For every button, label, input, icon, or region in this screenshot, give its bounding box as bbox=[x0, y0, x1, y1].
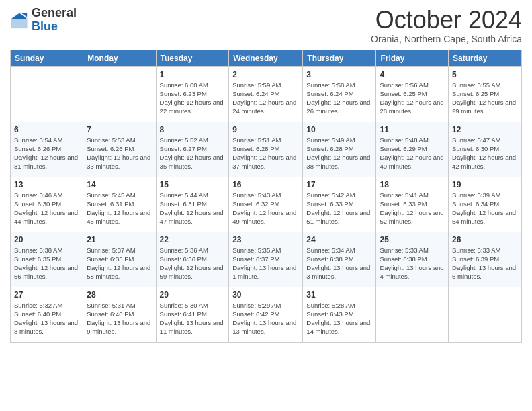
calendar-cell: 24Sunrise: 5:34 AM Sunset: 6:38 PM Dayli… bbox=[303, 232, 376, 287]
calendar-cell: 2Sunrise: 5:59 AM Sunset: 6:24 PM Daylig… bbox=[229, 66, 303, 122]
day-info: Sunrise: 5:34 AM Sunset: 6:38 PM Dayligh… bbox=[306, 246, 372, 281]
calendar-cell: 5Sunrise: 5:55 AM Sunset: 6:25 PM Daylig… bbox=[449, 66, 522, 122]
day-number: 2 bbox=[232, 70, 299, 79]
calendar-week-row: 1Sunrise: 6:00 AM Sunset: 6:23 PM Daylig… bbox=[11, 66, 522, 122]
calendar-cell: 28Sunrise: 5:31 AM Sunset: 6:40 PM Dayli… bbox=[83, 287, 156, 342]
day-number: 18 bbox=[380, 180, 445, 189]
page: General Blue October 2024 Orania, Northe… bbox=[0, 0, 532, 349]
calendar-cell: 7Sunrise: 5:53 AM Sunset: 6:26 PM Daylig… bbox=[83, 122, 156, 177]
calendar-cell: 26Sunrise: 5:33 AM Sunset: 6:39 PM Dayli… bbox=[449, 232, 522, 287]
day-number: 16 bbox=[232, 180, 299, 189]
calendar-cell: 31Sunrise: 5:28 AM Sunset: 6:43 PM Dayli… bbox=[303, 287, 376, 342]
calendar-cell: 13Sunrise: 5:46 AM Sunset: 6:30 PM Dayli… bbox=[11, 177, 83, 232]
calendar-table: Sunday Monday Tuesday Wednesday Thursday… bbox=[10, 50, 522, 342]
day-info: Sunrise: 5:55 AM Sunset: 6:25 PM Dayligh… bbox=[452, 81, 518, 116]
day-info: Sunrise: 5:49 AM Sunset: 6:28 PM Dayligh… bbox=[306, 136, 372, 171]
logo-text: General Blue bbox=[32, 7, 77, 34]
calendar-week-row: 20Sunrise: 5:38 AM Sunset: 6:35 PM Dayli… bbox=[11, 232, 522, 287]
day-info: Sunrise: 5:41 AM Sunset: 6:33 PM Dayligh… bbox=[380, 191, 445, 226]
day-info: Sunrise: 5:48 AM Sunset: 6:29 PM Dayligh… bbox=[380, 136, 445, 171]
day-number: 26 bbox=[452, 235, 518, 244]
day-info: Sunrise: 5:35 AM Sunset: 6:37 PM Dayligh… bbox=[232, 246, 299, 281]
day-info: Sunrise: 5:33 AM Sunset: 6:39 PM Dayligh… bbox=[452, 246, 518, 281]
day-number: 4 bbox=[380, 70, 445, 79]
day-number: 22 bbox=[160, 235, 226, 244]
calendar-cell: 14Sunrise: 5:45 AM Sunset: 6:31 PM Dayli… bbox=[83, 177, 156, 232]
day-info: Sunrise: 5:36 AM Sunset: 6:36 PM Dayligh… bbox=[160, 246, 226, 281]
day-info: Sunrise: 5:52 AM Sunset: 6:27 PM Dayligh… bbox=[160, 136, 226, 171]
svg-rect-2 bbox=[11, 19, 27, 28]
day-info: Sunrise: 6:00 AM Sunset: 6:23 PM Dayligh… bbox=[160, 81, 226, 116]
title-block: October 2024 Orania, Northern Cape, Sout… bbox=[371, 7, 522, 44]
header: General Blue October 2024 Orania, Northe… bbox=[10, 7, 522, 44]
col-wednesday: Wednesday bbox=[229, 50, 303, 66]
day-number: 7 bbox=[87, 125, 152, 134]
day-number: 25 bbox=[380, 235, 445, 244]
day-info: Sunrise: 5:28 AM Sunset: 6:43 PM Dayligh… bbox=[306, 301, 372, 336]
calendar-cell bbox=[449, 287, 522, 342]
day-number: 14 bbox=[87, 180, 152, 189]
calendar-cell: 29Sunrise: 5:30 AM Sunset: 6:41 PM Dayli… bbox=[156, 287, 229, 342]
day-number: 19 bbox=[452, 180, 518, 189]
day-info: Sunrise: 5:54 AM Sunset: 6:26 PM Dayligh… bbox=[14, 136, 79, 171]
day-number: 31 bbox=[306, 290, 372, 300]
calendar-week-row: 27Sunrise: 5:32 AM Sunset: 6:40 PM Dayli… bbox=[11, 287, 522, 342]
col-monday: Monday bbox=[83, 50, 156, 66]
col-sunday: Sunday bbox=[11, 50, 83, 66]
day-number: 29 bbox=[160, 290, 226, 300]
calendar-week-row: 13Sunrise: 5:46 AM Sunset: 6:30 PM Dayli… bbox=[11, 177, 522, 232]
day-number: 28 bbox=[87, 290, 152, 300]
day-info: Sunrise: 5:39 AM Sunset: 6:34 PM Dayligh… bbox=[452, 191, 518, 226]
day-number: 11 bbox=[380, 125, 445, 134]
day-number: 10 bbox=[306, 125, 372, 134]
day-number: 8 bbox=[160, 125, 226, 134]
calendar-week-row: 6Sunrise: 5:54 AM Sunset: 6:26 PM Daylig… bbox=[11, 122, 522, 177]
day-info: Sunrise: 5:42 AM Sunset: 6:33 PM Dayligh… bbox=[306, 191, 372, 226]
day-info: Sunrise: 5:32 AM Sunset: 6:40 PM Dayligh… bbox=[14, 301, 79, 336]
location-subtitle: Orania, Northern Cape, South Africa bbox=[371, 34, 522, 44]
day-info: Sunrise: 5:29 AM Sunset: 6:42 PM Dayligh… bbox=[232, 301, 299, 336]
day-info: Sunrise: 5:53 AM Sunset: 6:26 PM Dayligh… bbox=[87, 136, 152, 171]
calendar-cell: 20Sunrise: 5:38 AM Sunset: 6:35 PM Dayli… bbox=[11, 232, 83, 287]
calendar-cell bbox=[83, 66, 156, 122]
calendar-cell: 25Sunrise: 5:33 AM Sunset: 6:38 PM Dayli… bbox=[376, 232, 449, 287]
day-number: 5 bbox=[452, 70, 518, 79]
calendar-header-row: Sunday Monday Tuesday Wednesday Thursday… bbox=[11, 50, 522, 66]
day-info: Sunrise: 5:46 AM Sunset: 6:30 PM Dayligh… bbox=[14, 191, 79, 226]
day-info: Sunrise: 5:51 AM Sunset: 6:28 PM Dayligh… bbox=[232, 136, 299, 171]
day-number: 15 bbox=[160, 180, 226, 189]
calendar-cell: 3Sunrise: 5:58 AM Sunset: 6:24 PM Daylig… bbox=[303, 66, 376, 122]
day-number: 17 bbox=[306, 180, 372, 189]
logo: General Blue bbox=[10, 7, 77, 34]
calendar-cell: 10Sunrise: 5:49 AM Sunset: 6:28 PM Dayli… bbox=[303, 122, 376, 177]
calendar-cell: 30Sunrise: 5:29 AM Sunset: 6:42 PM Dayli… bbox=[229, 287, 303, 342]
calendar-cell: 12Sunrise: 5:47 AM Sunset: 6:30 PM Dayli… bbox=[449, 122, 522, 177]
day-info: Sunrise: 5:37 AM Sunset: 6:35 PM Dayligh… bbox=[87, 246, 152, 281]
calendar-cell bbox=[376, 287, 449, 342]
calendar-cell bbox=[11, 66, 83, 122]
calendar-cell: 19Sunrise: 5:39 AM Sunset: 6:34 PM Dayli… bbox=[449, 177, 522, 232]
day-number: 20 bbox=[14, 235, 79, 244]
day-number: 1 bbox=[160, 70, 226, 79]
col-tuesday: Tuesday bbox=[156, 50, 229, 66]
day-number: 6 bbox=[14, 125, 79, 134]
day-info: Sunrise: 5:33 AM Sunset: 6:38 PM Dayligh… bbox=[380, 246, 445, 281]
logo-general: General bbox=[32, 7, 77, 20]
day-info: Sunrise: 5:31 AM Sunset: 6:40 PM Dayligh… bbox=[87, 301, 152, 336]
logo-icon bbox=[10, 11, 29, 30]
day-number: 23 bbox=[232, 235, 299, 244]
calendar-cell: 8Sunrise: 5:52 AM Sunset: 6:27 PM Daylig… bbox=[156, 122, 229, 177]
calendar-cell: 1Sunrise: 6:00 AM Sunset: 6:23 PM Daylig… bbox=[156, 66, 229, 122]
day-info: Sunrise: 5:38 AM Sunset: 6:35 PM Dayligh… bbox=[14, 246, 79, 281]
col-saturday: Saturday bbox=[449, 50, 522, 66]
col-friday: Friday bbox=[376, 50, 449, 66]
day-info: Sunrise: 5:30 AM Sunset: 6:41 PM Dayligh… bbox=[160, 301, 226, 336]
day-info: Sunrise: 5:47 AM Sunset: 6:30 PM Dayligh… bbox=[452, 136, 518, 171]
day-info: Sunrise: 5:59 AM Sunset: 6:24 PM Dayligh… bbox=[232, 81, 299, 116]
col-thursday: Thursday bbox=[303, 50, 376, 66]
calendar-cell: 16Sunrise: 5:43 AM Sunset: 6:32 PM Dayli… bbox=[229, 177, 303, 232]
calendar-cell: 22Sunrise: 5:36 AM Sunset: 6:36 PM Dayli… bbox=[156, 232, 229, 287]
day-info: Sunrise: 5:56 AM Sunset: 6:25 PM Dayligh… bbox=[380, 81, 445, 116]
calendar-cell: 21Sunrise: 5:37 AM Sunset: 6:35 PM Dayli… bbox=[83, 232, 156, 287]
calendar-cell: 6Sunrise: 5:54 AM Sunset: 6:26 PM Daylig… bbox=[11, 122, 83, 177]
